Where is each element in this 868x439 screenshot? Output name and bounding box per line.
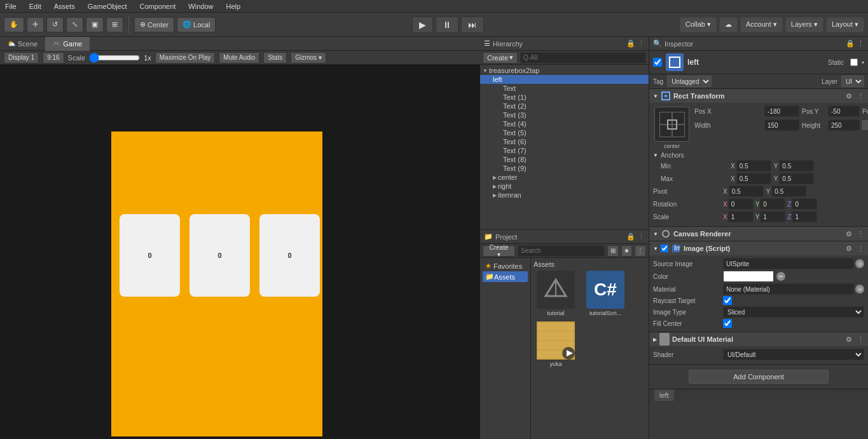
pivot-x-input[interactable] [729, 186, 764, 197]
rotation-y-input[interactable] [760, 198, 785, 210]
stats-button[interactable]: Stats [263, 52, 287, 64]
source-image-input[interactable] [723, 258, 854, 269]
asset-texture[interactable]: yuka [534, 321, 578, 367]
anchor-min-x-input[interactable] [736, 160, 771, 172]
material-picker-icon[interactable]: ⊙ [855, 285, 864, 294]
raycast-checkbox[interactable] [723, 296, 732, 305]
rect-transform-header[interactable]: ▼ Rect Transform ⚙ ⋮ [649, 89, 868, 103]
hier-item-text-1[interactable]: Text (1) [480, 93, 649, 102]
color-swatch[interactable] [723, 271, 774, 282]
height-input[interactable] [828, 119, 860, 131]
canvas-renderer-header[interactable]: ▼ Canvas Renderer ⚙ ⋮ [649, 227, 868, 241]
hier-item-treasurebox2tap[interactable]: ▼ treasurebox2tap [480, 66, 649, 75]
hier-item-text-0[interactable]: Text [480, 84, 649, 93]
default-ui-settings-icon[interactable]: ⚙ [846, 335, 852, 344]
anchor-min-y-input[interactable] [779, 160, 814, 172]
material-input[interactable] [723, 283, 854, 295]
tab-game[interactable]: 🎮 Game [45, 37, 90, 51]
move-tool-button[interactable]: ✛ [27, 17, 44, 32]
maximize-on-play-button[interactable]: Maximize On Play [155, 52, 216, 64]
shader-select[interactable]: UI/Default [723, 349, 864, 360]
image-script-menu-icon[interactable]: ⋮ [857, 245, 864, 253]
tab-scene[interactable]: ⛅ Scene [0, 37, 45, 51]
play-button[interactable]: ▶ [412, 17, 433, 33]
tree-favorites[interactable]: ★ Favorites [483, 260, 528, 271]
color-picker-icon[interactable]: ✏ [776, 272, 785, 281]
pos-y-input[interactable] [828, 105, 860, 117]
rect-transform-settings-icon[interactable]: ⚙ [846, 92, 852, 100]
canvas-renderer-menu-icon[interactable]: ⋮ [857, 230, 864, 238]
scale-slider[interactable] [89, 53, 140, 63]
project-lock-icon[interactable]: 🔒 [626, 233, 635, 241]
layer-select[interactable]: UI [841, 76, 864, 87]
image-script-active-checkbox[interactable] [661, 245, 668, 252]
aspect-button[interactable]: 9:16 [43, 52, 64, 64]
hier-item-right[interactable]: ▶ right [480, 182, 649, 191]
inspector-lock-icon[interactable]: 🔒 [846, 39, 855, 48]
hier-item-left[interactable]: left [480, 75, 649, 84]
menu-help[interactable]: Help [223, 3, 243, 10]
layout-button[interactable]: Layout ▾ [826, 17, 864, 32]
display-button[interactable]: Display 1 [4, 52, 39, 64]
rotation-x-input[interactable] [728, 198, 754, 210]
rect-transform-menu-icon[interactable]: ⋮ [857, 92, 864, 100]
tag-select[interactable]: Untagged [667, 76, 712, 87]
inspector-menu-icon[interactable]: ⋮ [857, 39, 864, 48]
fill-center-checkbox[interactable] [723, 319, 732, 328]
mute-audio-button[interactable]: Mute Audio [219, 52, 259, 64]
hier-item-text-9[interactable]: Text (9) [480, 164, 649, 173]
rotation-z-input[interactable] [792, 198, 817, 210]
tree-assets[interactable]: 📁 Assets [483, 271, 528, 282]
asset-tutorial[interactable]: tutorial [534, 271, 578, 316]
default-ui-header[interactable]: ▶ Default UI Material ⚙ ⋮ [649, 332, 868, 346]
menu-window[interactable]: Window [186, 3, 216, 10]
hier-item-text-3[interactable]: Text (3) [480, 111, 649, 119]
collab-button[interactable]: Collab ▾ [680, 17, 717, 32]
account-button[interactable]: Account ▾ [740, 17, 783, 32]
hier-item-itemran[interactable]: ▶ itemran [480, 191, 649, 199]
hierarchy-search-input[interactable] [520, 52, 646, 64]
rotate-tool-button[interactable]: ↺ [46, 17, 64, 32]
menu-file[interactable]: File [3, 3, 19, 10]
rect-anchor-diagram[interactable] [654, 107, 689, 142]
hier-item-text-4[interactable]: Text (4) [480, 119, 649, 128]
scale-x-input[interactable] [728, 211, 754, 222]
menu-gameobject[interactable]: GameObject [85, 3, 130, 10]
project-icon-btn-1[interactable]: ⊞ [607, 245, 619, 257]
project-icon-btn-3[interactable]: ⋮ [635, 245, 646, 257]
scale-tool-button[interactable]: ⤡ [66, 17, 83, 32]
cloud-button[interactable]: ☁ [719, 17, 738, 32]
rect-tool-button[interactable]: ▣ [86, 17, 104, 32]
hier-item-text-5[interactable]: Text (5) [480, 128, 649, 137]
menu-assets[interactable]: Assets [52, 3, 78, 10]
local-button[interactable]: 🌐 Local [177, 17, 216, 32]
canvas-renderer-settings-icon[interactable]: ⚙ [846, 230, 852, 238]
hier-item-text-2[interactable]: Text (2) [480, 102, 649, 111]
menu-component[interactable]: Component [137, 3, 178, 10]
static-checkbox[interactable] [850, 58, 858, 66]
object-active-checkbox[interactable] [653, 58, 662, 67]
project-create-button[interactable]: Create ▾ [483, 245, 515, 257]
hierarchy-create-button[interactable]: Create ▾ [483, 52, 518, 64]
default-ui-menu-icon[interactable]: ⋮ [857, 335, 864, 344]
image-type-select[interactable]: Sliced [723, 306, 864, 318]
add-component-button[interactable]: Add Component [689, 370, 829, 384]
hier-item-text-8[interactable]: Text (8) [480, 155, 649, 164]
image-script-settings-icon[interactable]: ⚙ [846, 245, 852, 253]
constrain-button[interactable]: R [861, 119, 868, 131]
image-script-header[interactable]: ▼ Img Image (Script) ⚙ ⋮ [649, 241, 868, 255]
pivot-y-input[interactable] [771, 186, 806, 197]
asset-script[interactable]: C# tutorialScri... [583, 271, 628, 316]
transform-tool-button[interactable]: ⊞ [106, 17, 123, 32]
hier-item-center[interactable]: ▶ center [480, 173, 649, 182]
pos-x-input[interactable] [764, 105, 799, 117]
source-image-picker-icon[interactable]: ⊙ [855, 259, 864, 268]
static-arrow-icon[interactable]: ▾ [862, 60, 864, 65]
anchor-max-y-input[interactable] [779, 173, 814, 184]
anchor-max-x-input[interactable] [736, 173, 771, 184]
project-menu-icon[interactable]: ⋮ [638, 233, 645, 241]
hier-item-text-6[interactable]: Text (6) [480, 137, 649, 146]
project-icon-btn-2[interactable]: ★ [621, 245, 633, 257]
anchors-collapse-icon[interactable]: ▼ [653, 152, 658, 158]
pause-button[interactable]: ⏸ [436, 17, 458, 33]
